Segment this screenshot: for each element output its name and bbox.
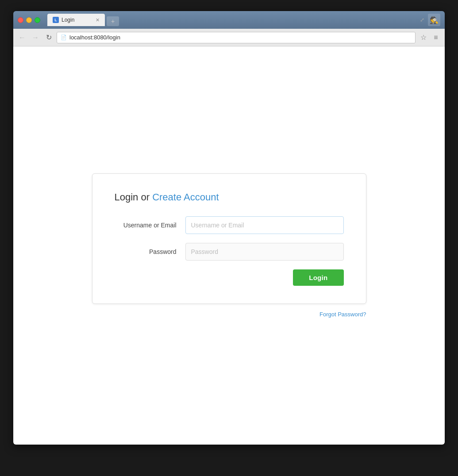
browser-titlebar: Login ✕ + ⤢ 🕵️ xyxy=(13,11,445,29)
username-label: Username or Email xyxy=(115,222,185,229)
forgot-password-container: Forgot Password? xyxy=(92,311,366,318)
lock-icon: 📄 xyxy=(61,35,67,40)
toolbar-right: ☆ ≡ xyxy=(418,32,441,43)
tab-bar: Login ✕ + xyxy=(47,14,415,26)
create-account-link[interactable]: Create Account xyxy=(152,192,219,203)
password-label: Password xyxy=(115,248,185,255)
browser-window: Login ✕ + ⤢ 🕵️ ← → ↻ 📄 localhost:8080/lo… xyxy=(13,11,445,445)
minimize-button[interactable] xyxy=(26,17,32,23)
address-bar[interactable]: 📄 localhost:8080/login xyxy=(57,32,416,43)
tab-title: Login xyxy=(62,17,74,23)
tab-favicon xyxy=(53,17,59,23)
maximize-button[interactable] xyxy=(35,17,40,23)
window-controls: ⤢ 🕵️ xyxy=(418,14,440,26)
browser-toolbar: ← → ↻ 📄 localhost:8080/login ☆ ≡ xyxy=(13,29,445,46)
new-tab-icon: + xyxy=(111,18,115,25)
login-title: Login or Create Account xyxy=(115,192,344,203)
login-button[interactable]: Login xyxy=(293,269,343,286)
traffic-lights xyxy=(18,17,40,23)
close-button[interactable] xyxy=(18,17,23,23)
menu-button[interactable]: ≡ xyxy=(431,32,441,43)
back-button[interactable]: ← xyxy=(17,32,27,43)
new-tab-button[interactable]: + xyxy=(107,16,119,26)
username-input[interactable] xyxy=(185,216,344,234)
forgot-password-link[interactable]: Forgot Password? xyxy=(319,311,366,318)
password-row: Password xyxy=(115,243,344,261)
star-button[interactable]: ☆ xyxy=(418,32,429,43)
login-title-static: Login or xyxy=(115,192,153,203)
resize-icon[interactable]: ⤢ xyxy=(418,16,426,24)
password-input[interactable] xyxy=(185,243,344,261)
tab-close-icon[interactable]: ✕ xyxy=(96,17,100,23)
url-text: localhost:8080/login xyxy=(69,34,120,41)
form-actions: Login xyxy=(115,269,344,286)
spy-icon: 🕵️ xyxy=(428,14,440,26)
login-card: Login or Create Account Username or Emai… xyxy=(92,173,366,304)
username-row: Username or Email xyxy=(115,216,344,234)
reload-button[interactable]: ↻ xyxy=(43,32,54,43)
browser-content: Login or Create Account Username or Emai… xyxy=(13,46,445,445)
active-tab[interactable]: Login ✕ xyxy=(47,14,105,26)
forward-button[interactable]: → xyxy=(30,32,41,43)
